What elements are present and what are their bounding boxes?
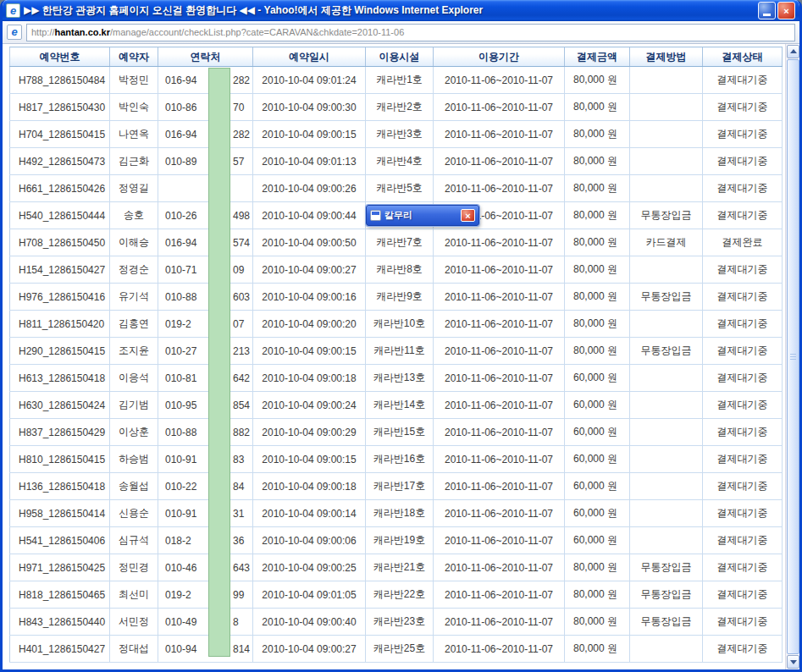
ie-window: e ▶▶ 한탄강 관광지 홈페이지 오신걸 환영합니다 ◀◀ - Yahoo!에…	[0, 0, 802, 672]
window-title: ▶▶ 한탄강 관광지 홈페이지 오신걸 환영합니다 ◀◀ - Yahoo!에서 …	[24, 3, 758, 18]
table-row: H541_1286150406심규석018-2362010-10-04 09:0…	[10, 527, 783, 554]
kalmuri-popup[interactable]: 칼무리 ×	[366, 205, 479, 226]
usage-period-cell: 2010-11-06~2010-11-07	[434, 94, 565, 121]
payment-method-cell: 무통장입금	[630, 581, 703, 609]
table-row: H971_1286150425정민경010-466432010-10-04 09…	[10, 554, 783, 581]
phone-left-fragment: 010-91	[165, 508, 196, 520]
phone-left-fragment: 010-86	[165, 102, 196, 113]
payment-method-cell	[630, 446, 703, 473]
phone-cell: 010-7109	[158, 256, 253, 284]
arrow-down-icon	[790, 660, 797, 664]
usage-period-cell: 2010-11-06~2010-11-07	[434, 392, 565, 419]
reserver-name-cell: 박정민	[110, 67, 158, 94]
phone-right-fragment: 31	[233, 500, 244, 527]
payment-method-cell: 카드결제	[630, 229, 703, 256]
payment-status-cell: 결제대기중	[703, 67, 783, 94]
reservation-id-cell: H661_1286150426	[10, 175, 110, 202]
reserver-name-cell: 신용순	[110, 500, 158, 527]
usage-period-cell: 2010-11-06~2010-11-07	[434, 121, 565, 148]
phone-left-fragment: 010-71	[165, 264, 196, 276]
reservation-id-cell: H708_1286150450	[10, 229, 110, 256]
payment-status-cell: 결제대기중	[703, 175, 783, 202]
phone-right-fragment: 83	[233, 446, 244, 473]
phone-cell: 010-95854	[158, 392, 253, 419]
phone-right-fragment: 282	[233, 67, 250, 94]
payment-status-cell: 결제대기중	[703, 527, 783, 554]
scroll-up-button[interactable]	[787, 45, 799, 58]
phone-cell: 010-46643	[158, 554, 253, 581]
payment-amount-cell: 80,000 원	[565, 338, 630, 365]
usage-period-cell: 2010-11-06~2010-11-07	[434, 527, 565, 554]
payment-amount-cell: 80,000 원	[565, 94, 630, 121]
phone-cell: 010-8957	[158, 148, 253, 175]
phone-cell: 016-94574	[158, 229, 253, 256]
table-row: H958_1286150414신용순010-91312010-10-04 09:…	[10, 500, 783, 527]
usage-period-cell: 2010-11-06~2010-11-07	[434, 67, 565, 94]
table-row: H810_1286150415하승범010-91832010-10-04 09:…	[10, 446, 783, 473]
phone-right-fragment: 814	[233, 636, 250, 663]
payment-method-cell	[630, 419, 703, 446]
phone-right-fragment: 213	[233, 338, 250, 365]
kalmuri-popup-title: 칼무리	[384, 209, 457, 222]
payment-method-cell	[630, 94, 703, 121]
payment-method-cell	[630, 392, 703, 419]
phone-right-fragment: 8	[233, 609, 239, 636]
reservation-id-cell: H811_1286150420	[10, 311, 110, 338]
payment-amount-cell: 60,000 원	[565, 500, 630, 527]
usage-period-cell: 2010-11-06~2010-11-07	[434, 554, 565, 581]
phone-right-fragment: 854	[233, 392, 250, 419]
phone-cell: 016-94282	[158, 67, 253, 94]
payment-amount-cell: 80,000 원	[565, 121, 630, 148]
payment-method-cell	[630, 121, 703, 148]
reserver-name-cell: 정경순	[110, 256, 158, 284]
reserver-name-cell: 이응석	[110, 365, 158, 392]
payment-status-cell: 결제대기중	[703, 94, 783, 121]
reservation-id-cell: H540_1286150444	[10, 202, 110, 229]
reservation-datetime-cell: 2010-10-04 09:00:50	[253, 229, 366, 256]
reserver-name-cell: 이상훈	[110, 419, 158, 446]
vertical-scrollbar[interactable]	[785, 44, 799, 669]
phone-cell: 010-94814	[158, 636, 253, 663]
close-button[interactable]: ×	[777, 2, 795, 19]
facility-cell: 캐라반22호	[366, 581, 434, 609]
payment-status-cell: 결제대기중	[703, 256, 783, 284]
phone-left-fragment: 010-22	[165, 481, 196, 493]
table-body: H788_1286150484박정민016-942822010-10-04 09…	[10, 67, 783, 663]
payment-method-cell	[630, 148, 703, 175]
phone-left-fragment: 010-88	[165, 291, 196, 303]
kalmuri-close-button[interactable]: ×	[461, 209, 475, 222]
phone-left-fragment: 010-26	[165, 210, 196, 222]
minimize-button[interactable]	[758, 2, 776, 19]
reservation-id-cell: H401_1286150427	[10, 636, 110, 663]
address-input[interactable]: http://hantan.co.kr/manage/account/check…	[26, 24, 795, 41]
payment-amount-cell: 60,000 원	[565, 365, 630, 392]
reservation-datetime-cell: 2010-10-04 09:00:40	[253, 609, 366, 636]
payment-status-cell: 결제대기중	[703, 148, 783, 175]
reservation-id-cell: H843_1286150440	[10, 609, 110, 636]
reservation-datetime-cell: 2010-10-04 09:00:44	[253, 202, 366, 229]
reservation-datetime-cell: 2010-10-04 09:00:20	[253, 311, 366, 338]
usage-period-cell: 2010-11-06~2010-11-07	[434, 446, 565, 473]
reservation-datetime-cell: 2010-10-04 09:00:29	[253, 419, 366, 446]
reservation-id-cell: H630_1286150424	[10, 392, 110, 419]
phone-cell: 010-81642	[158, 365, 253, 392]
payment-status-cell: 결제대기중	[703, 284, 783, 311]
reservation-datetime-cell: 2010-10-04 09:00:26	[253, 175, 366, 202]
facility-cell: 캐라반3호	[366, 121, 434, 148]
phone-cell: 019-299	[158, 581, 253, 609]
payment-method-cell	[630, 473, 703, 500]
phone-right-fragment: 70	[233, 94, 244, 121]
scroll-down-button[interactable]	[787, 655, 799, 669]
reserver-name-cell: 최선미	[110, 581, 158, 609]
table-row: H290_1286150415조지윤010-272132010-10-04 09…	[10, 338, 783, 365]
payment-method-cell	[630, 365, 703, 392]
column-header-8: 결제방법	[630, 47, 703, 67]
reservation-id-cell: H492_1286150473	[10, 148, 110, 175]
payment-amount-cell: 80,000 원	[565, 284, 630, 311]
scrollbar-thumb[interactable]	[787, 59, 799, 654]
table-row: H843_1286150440서민정010-4982010-10-04 09:0…	[10, 609, 783, 636]
facility-cell: 캐라반8호	[366, 256, 434, 284]
reserver-name-cell: 이해승	[110, 229, 158, 256]
payment-amount-cell: 80,000 원	[565, 175, 630, 202]
table-row: H492_1286150473김근화010-89572010-10-04 09:…	[10, 148, 783, 175]
